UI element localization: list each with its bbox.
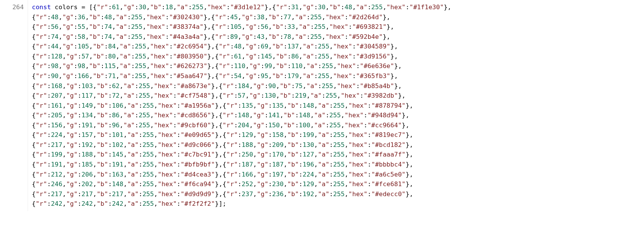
json-string: "#592b4e" xyxy=(348,33,383,40)
colon: : xyxy=(47,53,51,60)
colon: : xyxy=(257,72,261,80)
json-key: "r" xyxy=(226,151,238,158)
colon: : xyxy=(47,171,51,178)
brace-close: } xyxy=(215,190,219,198)
colon: : xyxy=(101,23,104,30)
json-number: 72 xyxy=(112,92,120,99)
comma: , xyxy=(299,53,303,60)
json-number: 33 xyxy=(287,23,295,30)
brace-open: { xyxy=(211,23,215,30)
colon: : xyxy=(238,171,242,178)
brace-open: { xyxy=(32,33,36,40)
json-number: 48 xyxy=(104,13,112,21)
colon: : xyxy=(230,43,234,50)
json-key: "g" xyxy=(66,141,78,148)
code-line: {"r":212,"g":206,"b":163,"a":255,"hex":"… xyxy=(32,170,641,180)
colon: : xyxy=(367,131,371,138)
json-number: 137 xyxy=(287,43,299,50)
json-number: 170 xyxy=(272,151,284,158)
json-number: 188 xyxy=(81,151,93,158)
json-number: 255 xyxy=(329,112,341,119)
json-key: "a" xyxy=(314,112,325,119)
json-number: 48 xyxy=(51,13,59,21)
brace-open: { xyxy=(32,190,36,198)
json-key: "g" xyxy=(302,3,314,11)
comma: , xyxy=(59,33,63,40)
json-key: "b" xyxy=(287,161,299,168)
json-number: 61 xyxy=(234,53,242,60)
json-number: 141 xyxy=(268,112,280,119)
json-key: "r" xyxy=(219,62,230,70)
comma: , xyxy=(116,53,120,60)
colon: : xyxy=(127,23,131,30)
comma: , xyxy=(394,72,398,80)
colon: : xyxy=(173,92,177,99)
json-key: "a" xyxy=(318,190,329,198)
json-number: 255 xyxy=(333,151,345,158)
brace-open: { xyxy=(215,72,219,80)
comma: , xyxy=(291,33,295,40)
brace-close: } xyxy=(406,131,410,138)
colon: : xyxy=(108,82,112,90)
code-area[interactable]: const colors = [{"r":61,"g":30,"b":18,"a… xyxy=(28,0,644,211)
colon: : xyxy=(253,13,257,21)
line-number-gutter: 264 xyxy=(0,0,28,211)
comma: , xyxy=(207,33,211,40)
json-key: "b" xyxy=(97,151,108,158)
colon: : xyxy=(188,3,192,11)
json-key: "hex" xyxy=(348,151,368,158)
colon: : xyxy=(345,33,348,40)
brace-close: } xyxy=(402,122,406,129)
json-key: "g" xyxy=(257,102,268,109)
comma: , xyxy=(253,190,257,198)
json-key: "a" xyxy=(127,102,139,109)
comma: , xyxy=(272,53,276,60)
json-key: "hex" xyxy=(333,53,352,60)
brace-close: } xyxy=(207,62,211,70)
json-number: 156 xyxy=(51,122,63,129)
brace-close: } xyxy=(264,3,268,11)
colon: : xyxy=(310,23,314,30)
json-key: "a" xyxy=(116,23,127,30)
brace-close: } xyxy=(406,141,410,148)
colon: : xyxy=(226,23,230,30)
json-key: "g" xyxy=(63,23,74,30)
json-number: 199 xyxy=(303,131,314,138)
identifier-colors: colors xyxy=(55,3,78,11)
json-key: "b" xyxy=(97,122,108,129)
keyword-const: const xyxy=(32,3,51,11)
json-number: 255 xyxy=(325,92,337,99)
colon: : xyxy=(287,3,291,11)
json-number: 45 xyxy=(230,13,238,21)
colon: : xyxy=(47,180,51,188)
colon: : xyxy=(314,3,318,11)
brace-close: } xyxy=(215,141,219,148)
colon: : xyxy=(165,23,169,30)
json-number: 145 xyxy=(261,53,272,60)
colon: : xyxy=(226,3,230,11)
json-key: "a" xyxy=(303,43,314,50)
comma: , xyxy=(85,13,89,21)
colon: : xyxy=(74,43,78,50)
json-number: 89 xyxy=(230,33,238,40)
comma: , xyxy=(211,43,215,50)
json-string: "#626273" xyxy=(173,62,207,70)
json-key: "r" xyxy=(215,33,226,40)
json-number: 217 xyxy=(112,190,124,198)
brace-open: { xyxy=(32,112,36,119)
json-key: "r" xyxy=(226,171,238,178)
json-number: 90 xyxy=(268,82,276,90)
comma: , xyxy=(120,3,124,11)
comma: , xyxy=(93,112,97,119)
json-key: "b" xyxy=(284,122,295,129)
json-key: "g" xyxy=(123,3,135,11)
comma: , xyxy=(154,190,158,198)
json-key: "r" xyxy=(215,23,226,30)
json-key: "b" xyxy=(93,43,104,50)
brace-close: } xyxy=(203,23,207,30)
comma: , xyxy=(89,53,93,60)
comma: , xyxy=(410,102,413,109)
code-editor[interactable]: 264 const colors = [{"r":61,"g":30,"b":1… xyxy=(0,0,644,211)
json-key: "hex" xyxy=(341,92,360,99)
json-number: 62 xyxy=(112,82,120,90)
